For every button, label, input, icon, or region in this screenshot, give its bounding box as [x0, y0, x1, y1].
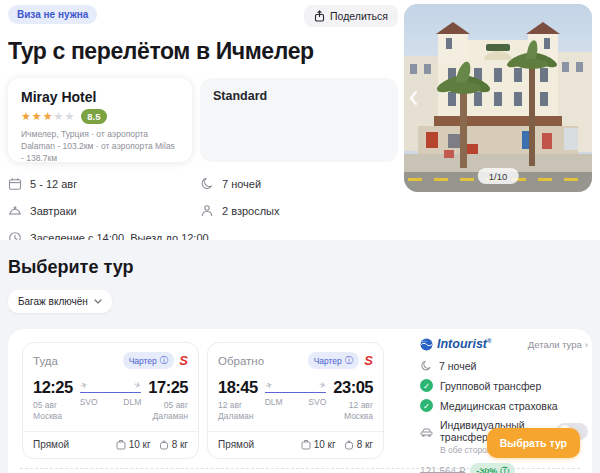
breakfast-icon: [8, 204, 22, 218]
baggage-filter-label: Багаж включён: [18, 296, 88, 307]
page-title: Тур с перелётом в Ичмелер: [8, 38, 398, 65]
arrival-airport-code: SVO: [308, 397, 326, 407]
hand-luggage-allowance: 8 кг: [344, 439, 373, 450]
calendar-icon: [8, 177, 22, 191]
detail-dates: 5 - 12 авг: [8, 177, 200, 191]
old-price: 121 564 ₽: [420, 466, 465, 473]
tour-offer-card: Туда Чартер ⓘ S 12:25 05 авг Москва: [8, 329, 592, 473]
flight-direction-label: Обратно: [218, 355, 264, 367]
moon-icon: [420, 360, 432, 372]
offer-include-insurance: ✓ Медицинская страховка: [420, 399, 588, 412]
carousel-prev-button[interactable]: [407, 88, 420, 108]
departure-block: 18:45 12 авг Даламан: [218, 378, 258, 423]
detail-guests: 2 взрослых: [200, 204, 398, 218]
arrival-block: 23:05 12 авг Москва: [333, 378, 373, 423]
guests-value: 2 взрослых: [222, 205, 280, 217]
flight-card-return: Обратно Чартер ⓘ S 18:45 12 авг Даламан: [207, 342, 384, 459]
hotel-location: Ичмелер, Турция · от аэропорта Dalaman -…: [21, 129, 179, 165]
suitcase-icon: [301, 439, 311, 450]
airline-logo-icon: S: [364, 354, 373, 367]
share-label: Поделиться: [330, 10, 388, 22]
departure-block: 12:25 05 авг Москва: [33, 378, 73, 423]
departure-time: 18:45: [218, 378, 258, 397]
route-line: [80, 392, 142, 393]
plane-takeoff-icon: ✈: [265, 381, 274, 391]
globe-icon: [420, 338, 433, 351]
departure-airport-code: SVO: [80, 397, 98, 407]
tour-details-link[interactable]: Детали тура ›: [528, 339, 588, 350]
baggage-filter-chip[interactable]: Багаж включён: [8, 290, 112, 313]
arrival-airport-code: DLM: [123, 397, 141, 407]
hotel-photo: [404, 4, 592, 192]
photo-carousel: 1/10: [404, 4, 592, 192]
arrival-date: 05 авг: [164, 400, 188, 410]
rating-badge: 8.5: [81, 109, 106, 124]
offer-nights: 7 ночей: [420, 360, 588, 372]
handbag-icon: [159, 439, 169, 450]
carousel-counter: 1/10: [478, 168, 519, 184]
baggage-allowance: 10 кг: [116, 439, 151, 450]
chevron-right-icon: ›: [585, 339, 588, 350]
nights-value: 7 ночей: [222, 178, 261, 190]
plane-takeoff-icon: ✈: [80, 381, 89, 391]
moon-icon: [200, 177, 214, 191]
person-icon: [200, 204, 214, 218]
tour-details: 5 - 12 авг 7 ночей Завтр: [8, 177, 398, 245]
hand-luggage-allowance: 8 кг: [159, 439, 188, 450]
arrival-city: Москва: [344, 411, 373, 421]
tour-operator-logo: Intourist®: [420, 337, 491, 351]
share-button[interactable]: Поделиться: [304, 5, 398, 27]
visa-badge: Виза не нужна: [8, 5, 97, 24]
plane-landing-icon: ✈: [133, 381, 142, 391]
charter-badge[interactable]: Чартер ⓘ: [123, 352, 175, 369]
flight-type-label: Прямой: [218, 439, 254, 450]
chevron-down-icon: [94, 299, 102, 304]
arrival-date: 12 авг: [349, 400, 373, 410]
flight-route: ✈ ✈ DLM SVO: [265, 378, 327, 423]
hotel-name: Miray Hotel: [21, 89, 179, 105]
tour-select-section: Выберите тур Багаж включён Туда Чартер ⓘ…: [0, 240, 600, 473]
arrival-city: Даламан: [153, 411, 188, 421]
arrival-block: 17:25 05 авг Даламан: [148, 378, 188, 423]
tour-summary-section: Виза не нужна Поделиться Тур с перелётом…: [0, 0, 600, 240]
hotel-card: Miray Hotel ★★★★★ 8.5 Ичмелер, Турция · …: [8, 78, 192, 162]
arrival-time: 23:05: [333, 378, 373, 397]
operator-name: Intourist®: [437, 337, 491, 351]
dashed-separator: [20, 468, 580, 469]
room-type-label: Standard: [213, 89, 267, 103]
select-tour-button[interactable]: Выбрать тур: [487, 428, 580, 458]
info-icon: ⓘ: [160, 355, 169, 367]
detail-meals: Завтраки: [8, 204, 200, 218]
arrival-time: 17:25: [148, 378, 188, 397]
flight-direction-label: Туда: [33, 355, 58, 367]
charter-badge[interactable]: Чартер ⓘ: [308, 352, 360, 369]
handbag-icon: [344, 439, 354, 450]
departure-time: 12:25: [33, 378, 73, 397]
suitcase-icon: [116, 439, 126, 450]
baggage-allowance: 10 кг: [301, 439, 336, 450]
departure-city: Даламан: [218, 411, 253, 421]
route-line: [265, 392, 327, 393]
info-icon: ⓘ: [345, 355, 354, 367]
section-title: Выберите тур: [8, 257, 600, 278]
hotel-stars: ★★★★★: [21, 110, 75, 123]
departure-city: Москва: [33, 411, 62, 421]
offer-include-transfer: ✓ Групповой трансфер: [420, 379, 588, 392]
departure-date: 05 авг: [33, 400, 57, 410]
flight-route: ✈ ✈ SVO DLM: [80, 378, 142, 423]
check-icon: ✓: [420, 379, 433, 392]
flight-type-label: Прямой: [33, 439, 69, 450]
departure-date: 12 авг: [218, 400, 242, 410]
detail-nights: 7 ночей: [200, 177, 398, 191]
car-icon: [420, 426, 433, 437]
share-icon: [314, 10, 325, 22]
meals-value: Завтраки: [30, 205, 77, 217]
check-icon: ✓: [420, 399, 433, 412]
room-type-card: Standard: [200, 78, 398, 162]
plane-landing-icon: ✈: [318, 381, 327, 391]
dates-value: 5 - 12 авг: [30, 178, 77, 190]
flight-card-outbound: Туда Чартер ⓘ S 12:25 05 авг Москва: [22, 342, 199, 459]
airline-logo-icon: S: [179, 354, 188, 367]
departure-airport-code: DLM: [265, 397, 283, 407]
